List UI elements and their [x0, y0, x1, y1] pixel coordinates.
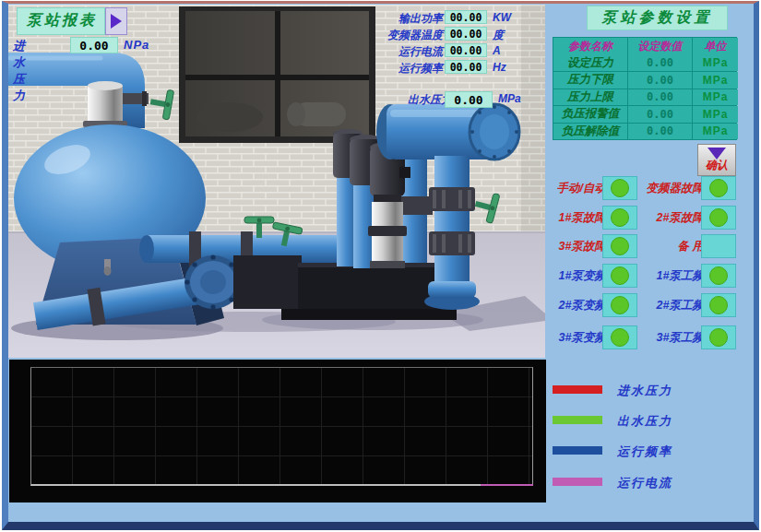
indicator-label: 1#泵工频 [657, 268, 704, 284]
status-lamp [709, 328, 728, 347]
param-name: 压力下限 [553, 72, 627, 89]
legend-label: 运行频率 [617, 443, 672, 460]
legend-color-bar [553, 416, 602, 424]
metric-value: 00.00 [445, 43, 487, 57]
metric-value: 00.00 [445, 10, 487, 24]
indicator-label: 2#泵变频 [559, 298, 606, 313]
metric-unit: 度 [493, 28, 504, 43]
param-value[interactable]: 0.00 [628, 55, 692, 72]
metric-unit: Hz [493, 61, 506, 74]
outlet-pressure-value: 0.00 [445, 91, 493, 108]
legend-item: 运行电流 [553, 478, 755, 491]
indicator-label: 2#泵故障 [657, 210, 704, 226]
param-unit: MPa [693, 106, 738, 123]
param-name: 设定压力 [553, 55, 627, 72]
trend-chart [9, 360, 546, 502]
settings-col-header: 参数名称 [553, 38, 627, 55]
param-name: 负压报警值 [553, 106, 627, 123]
report-play-box[interactable] [105, 7, 127, 35]
confirm-button-label: 确认 [706, 158, 728, 173]
metric-label: 输出功率 [398, 11, 443, 27]
status-lamp [709, 208, 728, 227]
settings-col-header: 单位 [693, 38, 738, 55]
report-button[interactable]: 泵站报表 [17, 7, 127, 35]
settings-panel-title: 泵站参数设置 [587, 6, 728, 30]
lamp-box [602, 234, 637, 258]
legend-item: 出水压力 [553, 416, 755, 429]
param-name: 压力上限 [553, 89, 627, 106]
confirm-button[interactable]: 确认 [697, 144, 736, 176]
indicator-label: 2#泵工频 [657, 298, 704, 313]
indicator-row: 1#泵变频 1#泵工频 [549, 264, 761, 288]
report-button-label[interactable]: 泵站报表 [17, 7, 105, 35]
metric-value: 00.00 [445, 60, 487, 74]
hmi-window: 泵站报表 进水压力 0.00 NPa 输出功率 00.00 KW 变频器温度 0… [0, 0, 761, 532]
status-lamp [709, 266, 728, 285]
status-lamp [611, 237, 629, 255]
metric-label: 运行频率 [398, 61, 443, 77]
lamp-box [701, 176, 736, 200]
param-unit: MPa [693, 55, 738, 72]
indicator-label: 变频器故障 [647, 181, 705, 196]
indicator-label: 1#泵故障 [559, 210, 606, 226]
indicator-row: 手动/自动 变频器故障 [549, 176, 761, 200]
indicator-label: 3#泵变频 [559, 330, 606, 346]
status-lamp [709, 179, 728, 197]
indicator-label: 3#泵故障 [559, 239, 606, 254]
pump-station-screen: 泵站报表 进水压力 0.00 NPa 输出功率 00.00 KW 变频器温度 0… [2, 1, 759, 530]
legend-color-bar [553, 478, 602, 486]
param-unit: MPa [693, 72, 738, 89]
indicator-label: 1#泵变频 [559, 268, 606, 284]
lamp-box-empty [701, 234, 736, 258]
trend-plot-area [30, 367, 533, 486]
status-lamp [709, 296, 728, 314]
lamp-box [701, 264, 736, 288]
metric-label: 变频器温度 [387, 28, 443, 43]
metric-label: 运行电流 [398, 44, 443, 60]
vent-cylinder [83, 81, 127, 127]
metric-value: 00.00 [445, 27, 487, 41]
inlet-pressure-unit: NPa [124, 38, 149, 52]
param-unit: MPa [693, 124, 738, 140]
flange-disc [184, 254, 242, 309]
indicator-row: 3#泵故障 备 用 [549, 234, 761, 258]
status-lamp [611, 296, 629, 314]
metric-unit: KW [493, 11, 511, 24]
outlet-pressure-readout: 出水压力 0.00 MPa [367, 91, 542, 109]
current-trace-line [481, 484, 533, 486]
lamp-box [602, 176, 637, 200]
param-value[interactable]: 0.00 [628, 72, 692, 89]
inlet-pressure-label: 进水压力 [13, 38, 25, 104]
status-lamp [611, 179, 629, 197]
legend-label: 进水压力 [617, 383, 672, 399]
indicator-label: 备 用 [678, 239, 704, 254]
window [179, 6, 375, 143]
param-name: 负压解除值 [553, 124, 627, 140]
lamp-box [701, 206, 736, 230]
indicator-row: 2#泵变频 2#泵工频 [549, 293, 761, 317]
legend-item: 进水压力 [553, 385, 755, 398]
metric-row: 变频器温度 00.00 度 [367, 27, 533, 41]
legend-item: 运行频率 [553, 446, 755, 459]
settings-table: 参数名称 设定数值 单位 设定压力 0.00 MPa 压力下限 0.00 MPa… [553, 37, 737, 140]
legend-label: 出水压力 [617, 413, 672, 430]
param-value[interactable]: 0.00 [628, 106, 692, 123]
lamp-box [602, 293, 637, 317]
metric-unit: A [493, 44, 501, 57]
status-lamp [611, 328, 629, 347]
lamp-box [701, 293, 736, 317]
metric-row: 输出功率 00.00 KW [367, 10, 533, 25]
indicator-label: 手动/自动 [557, 181, 606, 196]
param-unit: MPa [693, 89, 738, 106]
inlet-pressure-value: 0.00 [70, 37, 118, 53]
legend-color-bar [553, 446, 602, 455]
metric-row: 运行频率 00.00 Hz [367, 60, 533, 75]
settings-col-header: 设定数值 [628, 38, 692, 55]
lamp-box [602, 206, 637, 230]
indicator-label: 3#泵工频 [657, 330, 704, 346]
indicator-row: 3#泵变频 3#泵工频 [549, 325, 761, 349]
param-value[interactable]: 0.00 [628, 89, 692, 106]
lamp-box [602, 325, 637, 349]
legend-label: 运行电流 [617, 475, 672, 491]
param-value[interactable]: 0.00 [628, 124, 692, 140]
